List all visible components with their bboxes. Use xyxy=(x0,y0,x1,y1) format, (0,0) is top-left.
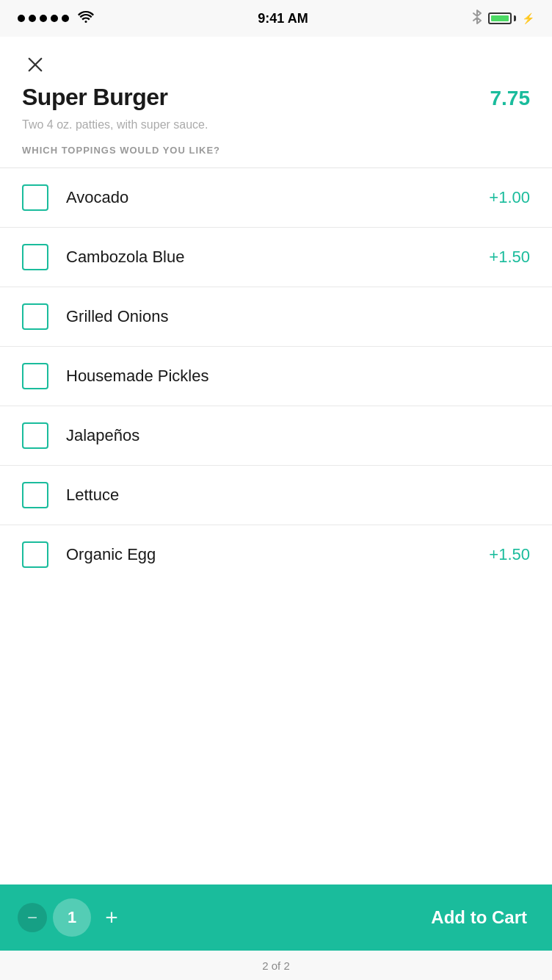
topping-checkbox-grilled-onions[interactable] xyxy=(22,303,48,330)
status-bar: 9:41 AM ⚡ xyxy=(0,0,552,37)
topping-name-cambozola: Cambozola Blue xyxy=(66,248,489,267)
signal-dot-2 xyxy=(29,15,36,22)
battery-indicator xyxy=(488,12,516,24)
topping-name-organic-egg: Organic Egg xyxy=(66,545,489,564)
item-header: Super Burger 7.75 Two 4 oz. patties, wit… xyxy=(0,37,552,167)
main-content: Super Burger 7.75 Two 4 oz. patties, wit… xyxy=(0,37,552,884)
topping-checkbox-cambozola[interactable] xyxy=(22,244,48,270)
topping-checkbox-lettuce[interactable] xyxy=(22,482,48,508)
add-to-cart-button[interactable]: Add to Cart xyxy=(126,896,534,940)
topping-row[interactable]: Housemade Pickles xyxy=(0,347,552,406)
quantity-control: − 1 + xyxy=(18,898,126,937)
section-label: WHICH TOPPINGS WOULD YOU LIKE? xyxy=(22,145,530,156)
toppings-list: Avocado+1.00Cambozola Blue+1.50Grilled O… xyxy=(0,168,552,884)
bluetooth-icon xyxy=(472,10,482,27)
quantity-value: 1 xyxy=(68,908,76,927)
battery-tip xyxy=(514,15,516,21)
topping-name-jalapenos: Jalapeños xyxy=(66,426,530,445)
title-row: Super Burger 7.75 xyxy=(22,84,530,111)
topping-row[interactable]: Lettuce xyxy=(0,466,552,525)
topping-checkbox-organic-egg[interactable] xyxy=(22,541,48,568)
topping-price-cambozola: +1.50 xyxy=(489,248,530,267)
signal-strength xyxy=(18,15,69,22)
topping-row[interactable]: Grilled Onions xyxy=(0,287,552,347)
topping-checkbox-housemade-pickles[interactable] xyxy=(22,363,48,389)
topping-row[interactable]: Avocado+1.00 xyxy=(0,168,552,228)
item-description: Two 4 oz. patties, with super sauce. xyxy=(22,117,530,133)
topping-name-housemade-pickles: Housemade Pickles xyxy=(66,367,530,386)
signal-dot-3 xyxy=(40,15,47,22)
wifi-icon xyxy=(78,11,94,26)
topping-name-grilled-onions: Grilled Onions xyxy=(66,307,530,326)
topping-row[interactable]: Organic Egg+1.50 xyxy=(0,525,552,584)
phone-wrapper: 9:41 AM ⚡ xyxy=(0,0,552,980)
signal-dot-1 xyxy=(18,15,25,22)
topping-price-organic-egg: +1.50 xyxy=(489,545,530,564)
charging-icon: ⚡ xyxy=(522,12,534,24)
status-time: 9:41 AM xyxy=(258,11,308,26)
item-title: Super Burger xyxy=(22,84,167,111)
status-bar-right: ⚡ xyxy=(472,10,534,27)
quantity-increase-button[interactable]: + xyxy=(97,903,126,932)
topping-row[interactable]: Jalapeños xyxy=(0,406,552,466)
signal-dot-5 xyxy=(62,15,69,22)
page-indicator: 2 of 2 xyxy=(0,951,552,980)
topping-checkbox-jalapenos[interactable] xyxy=(22,422,48,449)
quantity-bubble: 1 xyxy=(53,898,91,937)
topping-price-avocado: +1.00 xyxy=(489,188,530,207)
close-button[interactable] xyxy=(22,51,48,78)
quantity-decrease-button[interactable]: − xyxy=(18,903,47,932)
bottom-bar: − 1 + Add to Cart xyxy=(0,884,552,951)
topping-name-lettuce: Lettuce xyxy=(66,486,530,505)
signal-dot-4 xyxy=(51,15,58,22)
status-bar-left xyxy=(18,11,94,26)
battery-fill xyxy=(491,15,509,21)
topping-checkbox-avocado[interactable] xyxy=(22,184,48,211)
page-indicator-text: 2 of 2 xyxy=(262,959,290,972)
topping-row[interactable]: Cambozola Blue+1.50 xyxy=(0,228,552,287)
item-price: 7.75 xyxy=(490,87,531,110)
topping-name-avocado: Avocado xyxy=(66,188,489,207)
